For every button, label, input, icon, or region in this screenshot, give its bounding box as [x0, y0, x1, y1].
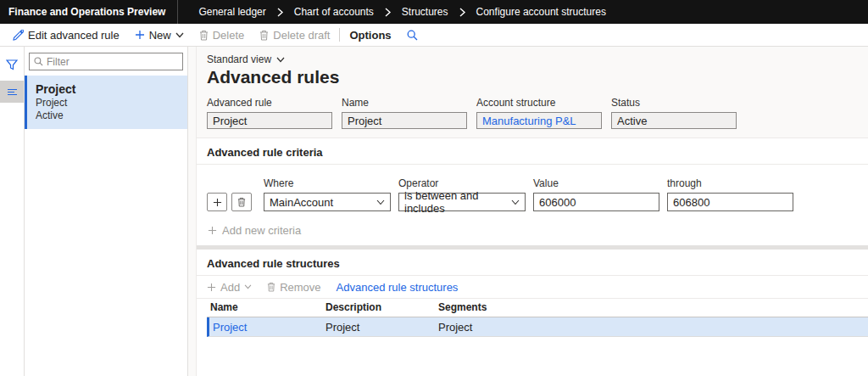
structures-grid-toolbar-wrap: Add Remove Advanced rule structures [197, 276, 868, 298]
table-row[interactable]: Project Project Project [207, 317, 868, 337]
trash-icon [267, 282, 275, 292]
options-label: Options [349, 29, 391, 42]
status-label: Status [611, 97, 737, 109]
row-description: Project [326, 321, 438, 334]
toolbar-divider [339, 28, 340, 42]
breadcrumb-chart-of-accounts[interactable]: Chart of accounts [294, 6, 374, 18]
column-header-description[interactable]: Description [326, 301, 438, 313]
value-input[interactable]: 606000 [533, 193, 659, 211]
plus-icon [208, 226, 217, 235]
criteria-value-field: Value 606000 [533, 177, 659, 211]
edit-advanced-rule-label: Edit advanced rule [28, 29, 120, 42]
trash-icon [237, 197, 246, 207]
trash-icon [259, 30, 269, 41]
criteria-section: Advanced rule criteria [197, 138, 868, 164]
status-value[interactable] [611, 112, 737, 129]
pencil-icon [13, 30, 24, 41]
add-new-criteria-label: Add new criteria [222, 224, 301, 237]
list-pane-button[interactable] [0, 81, 24, 103]
grid-add-button[interactable]: Add [207, 281, 252, 294]
criteria-section-body: Where MainAccount Operator is between an… [197, 165, 868, 245]
through-input[interactable]: 606800 [667, 193, 793, 211]
account-structure-label: Account structure [476, 97, 602, 109]
breadcrumb-configure-account-structures[interactable]: Configure account structures [476, 6, 606, 18]
page-header: Standard view Advanced rules Advanced ru… [197, 47, 868, 138]
criteria-where-field: Where MainAccount [264, 177, 391, 211]
grid-remove-button[interactable]: Remove [267, 281, 320, 294]
app-title[interactable]: Finance and Operations Preview [0, 0, 178, 24]
filter-input[interactable] [47, 56, 178, 68]
column-header-name[interactable]: Name [207, 301, 326, 313]
criteria-row: Where MainAccount Operator is between an… [207, 177, 868, 211]
list-item-status: Active [36, 109, 179, 122]
delete-criteria-row-button[interactable] [231, 193, 252, 211]
criteria-operator-field: Operator is between and includes [398, 177, 526, 211]
add-criteria-row-button[interactable] [207, 193, 227, 211]
chevron-right-icon [459, 8, 466, 17]
list-item-project[interactable]: Project Project Active [25, 76, 187, 129]
chevron-down-icon [511, 199, 520, 205]
delete-draft-button[interactable]: Delete draft [252, 24, 337, 46]
new-button[interactable]: New [127, 24, 192, 46]
search-button[interactable] [399, 24, 426, 46]
operator-label: Operator [398, 177, 526, 189]
breadcrumb-structures[interactable]: Structures [402, 6, 448, 18]
plus-icon [213, 198, 222, 207]
chevron-right-icon [276, 8, 284, 17]
delete-button[interactable]: Delete [192, 24, 253, 46]
where-label: Where [264, 177, 391, 189]
list-item-description: Project [36, 97, 179, 109]
search-icon [34, 57, 43, 66]
add-new-criteria-button[interactable]: Add new criteria [208, 224, 301, 237]
new-label: New [149, 29, 171, 42]
delete-label: Delete [213, 29, 245, 42]
detail-pane: Standard view Advanced rules Advanced ru… [197, 47, 868, 376]
row-segments: Project [438, 321, 868, 334]
criteria-through-field: through 606800 [667, 177, 793, 211]
structures-table-header: Name Description Segments [207, 299, 868, 317]
value-label: Value [533, 177, 659, 189]
header-fields: Advanced rule Name Account structure Sta… [207, 97, 858, 129]
column-header-segments[interactable]: Segments [438, 301, 868, 313]
chevron-down-icon [175, 32, 184, 38]
field-advanced-rule: Advanced rule [207, 97, 332, 129]
structures-section-title: Advanced rule structures [207, 250, 868, 275]
top-app-bar: Finance and Operations Preview General l… [0, 0, 868, 24]
chevron-down-icon [376, 199, 385, 205]
app-window: Finance and Operations Preview General l… [0, 0, 868, 376]
list-item-name: Project [36, 81, 179, 97]
grid-remove-label: Remove [280, 281, 320, 294]
panel-splitter[interactable] [188, 47, 197, 376]
advanced-rule-value[interactable] [207, 112, 332, 129]
breadcrumb-general-ledger[interactable]: General ledger [198, 6, 265, 18]
edit-advanced-rule-button[interactable]: Edit advanced rule [5, 24, 127, 46]
record-list-panel: Project Project Active [25, 47, 188, 376]
operator-value: is between and includes [404, 189, 511, 215]
view-selector-label: Standard view [207, 53, 271, 65]
search-icon [407, 30, 418, 41]
where-dropdown[interactable]: MainAccount [264, 193, 391, 211]
trash-icon [199, 30, 209, 41]
advanced-rule-structures-link[interactable]: Advanced rule structures [337, 281, 459, 294]
name-value[interactable] [342, 112, 467, 129]
filter-field[interactable] [29, 53, 183, 70]
view-selector[interactable]: Standard view [207, 53, 285, 65]
delete-draft-label: Delete draft [273, 29, 330, 42]
breadcrumb: General ledger Chart of accounts Structu… [198, 6, 606, 18]
through-label: through [667, 177, 793, 189]
options-menu[interactable]: Options [342, 24, 398, 46]
filter-pane-button[interactable] [0, 53, 24, 76]
page-title: Advanced rules [207, 67, 858, 87]
operator-dropdown[interactable]: is between and includes [398, 193, 526, 211]
where-value: MainAccount [270, 196, 333, 209]
structures-section: Advanced rule structures [197, 250, 868, 275]
row-name-link[interactable]: Project [209, 321, 326, 334]
left-icon-strip [0, 47, 25, 376]
account-structure-link[interactable] [476, 112, 602, 129]
chevron-right-icon [384, 8, 392, 17]
field-name: Name [342, 97, 467, 129]
filter-funnel-icon [6, 59, 18, 70]
name-label: Name [342, 97, 467, 109]
grid-add-label: Add [220, 281, 240, 294]
structures-grid-toolbar: Add Remove Advanced rule structures [207, 276, 868, 298]
